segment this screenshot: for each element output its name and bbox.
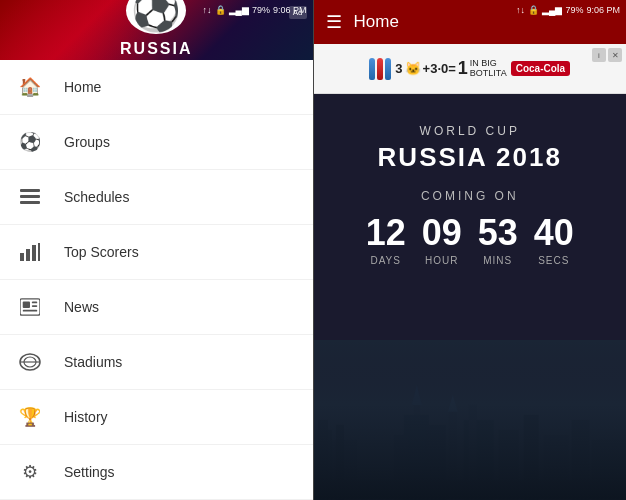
ad-text-2: +3·0= <box>423 61 456 76</box>
countdown-timer: 12 DAYS 09 HOUR 53 MINS 40 SECS <box>366 215 574 266</box>
ad-banner: 3 🐱 +3·0= 1 IN BIGBOTLITA Coca-Cola i ✕ <box>314 44 627 94</box>
russia-2018-title: RUSSIA 2018 <box>378 142 562 173</box>
ad-close-button[interactable]: ✕ <box>608 48 622 62</box>
svg-rect-4 <box>26 249 30 261</box>
groups-icon: ⚽ <box>16 128 44 156</box>
right-time: 9:06 PM <box>586 5 620 15</box>
left-wifi-icon: ▂▄▆ <box>229 5 249 15</box>
svg-rect-3 <box>20 253 24 261</box>
sidebar-item-label-history: History <box>64 409 108 425</box>
svg-rect-0 <box>20 189 40 192</box>
right-lock-icon: 🔒 <box>528 5 539 15</box>
ad-text-4: IN BIGBOTLITA <box>470 59 507 79</box>
history-icon: 🏆 <box>16 403 44 431</box>
stadiums-icon <box>16 348 44 376</box>
countdown-days-value: 12 <box>366 215 406 251</box>
countdown-mins: 53 MINS <box>478 215 518 266</box>
ad-close-area: i ✕ <box>592 48 622 62</box>
right-status-bar: ↑↓ 🔒 ▂▄▆ 79% 9:06 PM <box>314 0 627 20</box>
coca-cola-badge: Coca-Cola <box>511 61 570 76</box>
svg-rect-6 <box>38 243 40 261</box>
ad-text-3: 1 <box>458 58 468 79</box>
sidebar-item-groups[interactable]: ⚽ Groups <box>0 115 313 170</box>
countdown-hours-label: HOUR <box>425 255 458 266</box>
countdown-mins-label: MINS <box>483 255 512 266</box>
sidebar-item-label-news: News <box>64 299 99 315</box>
countdown-hours-value: 09 <box>422 215 462 251</box>
top-scorers-icon <box>16 238 44 266</box>
svg-rect-5 <box>32 245 36 261</box>
sidebar-item-top-scorers[interactable]: Top Scorers <box>0 225 313 280</box>
countdown-secs-value: 40 <box>534 215 574 251</box>
ad-bottles <box>369 58 391 80</box>
nav-menu: 🏠 Home ⚽ Groups Schedules Top Scorers Ne… <box>0 60 313 500</box>
header-russia-text: RUSSIA <box>120 40 192 58</box>
countdown-days: 12 DAYS <box>366 215 406 266</box>
countdown-secs-label: SECS <box>538 255 569 266</box>
sidebar-item-label-top-scorers: Top Scorers <box>64 244 139 260</box>
hero-content: WORLD CUP RUSSIA 2018 COMING ON 12 DAYS … <box>314 94 627 500</box>
sidebar-item-label-schedules: Schedules <box>64 189 129 205</box>
right-battery: 79% <box>565 5 583 15</box>
left-time: 9:06 PM <box>273 5 307 15</box>
news-icon <box>16 293 44 321</box>
sidebar-item-history[interactable]: 🏆 History <box>0 390 313 445</box>
svg-rect-1 <box>20 195 40 198</box>
countdown-mins-value: 53 <box>478 215 518 251</box>
settings-icon: ⚙ <box>16 458 44 486</box>
right-panel: ↑↓ 🔒 ▂▄▆ 79% 9:06 PM ☰ Home 3 🐱 +3·0= 1 … <box>314 0 627 500</box>
coming-on-label: COMING ON <box>421 189 519 203</box>
ad-content: 3 🐱 +3·0= 1 IN BIGBOTLITA Coca-Cola <box>369 58 570 80</box>
svg-rect-10 <box>32 305 37 307</box>
svg-rect-9 <box>32 302 37 304</box>
ad-info-button[interactable]: i <box>592 48 606 62</box>
sidebar-item-label-stadiums: Stadiums <box>64 354 122 370</box>
countdown-hours: 09 HOUR <box>422 215 462 266</box>
sidebar-item-news[interactable]: News <box>0 280 313 335</box>
schedules-icon <box>16 183 44 211</box>
svg-rect-2 <box>20 201 40 204</box>
left-signal-icon: ↑↓ <box>203 5 212 15</box>
sidebar-item-schedules[interactable]: Schedules <box>0 170 313 225</box>
world-cup-label: WORLD CUP <box>420 124 520 138</box>
sidebar-item-label-home: Home <box>64 79 101 95</box>
bottle-1 <box>369 58 375 80</box>
sidebar-item-stadiums[interactable]: Stadiums <box>0 335 313 390</box>
ad-text-1: 3 <box>395 61 402 76</box>
header-year-text: 2018 <box>137 58 176 61</box>
countdown-secs: 40 SECS <box>534 215 574 266</box>
svg-rect-11 <box>23 310 38 312</box>
bottle-3 <box>385 58 391 80</box>
right-signal-icon: ↑↓ <box>516 5 525 15</box>
city-skyline <box>314 340 627 500</box>
sidebar-item-settings[interactable]: ⚙ Settings <box>0 445 313 500</box>
svg-rect-8 <box>23 302 30 308</box>
left-status-bar: ↑↓ 🔒 ▂▄▆ 79% 9:06 PM <box>0 0 313 20</box>
right-wifi-icon: ▂▄▆ <box>542 5 562 15</box>
sidebar-item-home[interactable]: 🏠 Home <box>0 60 313 115</box>
right-status-icons: ↑↓ 🔒 ▂▄▆ 79% 9:06 PM <box>516 5 620 15</box>
ad-emoji: 🐱 <box>405 61 421 76</box>
home-icon: 🏠 <box>16 73 44 101</box>
sidebar-item-label-settings: Settings <box>64 464 115 480</box>
countdown-days-label: DAYS <box>370 255 401 266</box>
bottle-2 <box>377 58 383 80</box>
left-battery: 79% <box>252 5 270 15</box>
svg-rect-35 <box>314 340 627 500</box>
sidebar-item-label-groups: Groups <box>64 134 110 150</box>
left-panel: ↑↓ 🔒 ▂▄▆ 79% 9:06 PM ⚽ RUSSIA 2018 Ad 🏠 … <box>0 0 313 500</box>
left-status-icons: ↑↓ 🔒 ▂▄▆ 79% 9:06 PM <box>203 5 307 15</box>
ad-text-group: 3 🐱 +3·0= 1 IN BIGBOTLITA <box>395 58 506 79</box>
left-lock-icon: 🔒 <box>215 5 226 15</box>
